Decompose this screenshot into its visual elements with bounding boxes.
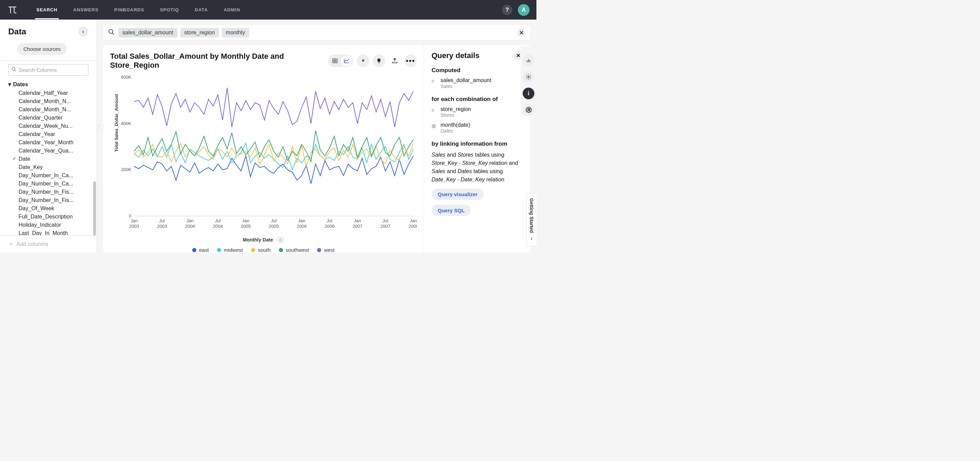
choose-sources-button[interactable]: Choose sources: [17, 43, 67, 55]
more-actions-button[interactable]: •••: [404, 55, 417, 67]
column-item[interactable]: Holiday_Indicator: [8, 221, 93, 229]
plus-icon: ＋: [8, 241, 14, 248]
add-columns-button[interactable]: ＋ Add columns: [0, 235, 97, 252]
line-chart-icon: [344, 58, 350, 64]
svg-text:0: 0: [129, 213, 131, 219]
svg-text:400K: 400K: [121, 121, 132, 126]
help-button[interactable]: ?: [502, 5, 512, 15]
chevron-left-icon: ‹: [531, 236, 533, 241]
user-avatar[interactable]: A: [518, 4, 530, 16]
svg-text:2003: 2003: [129, 223, 139, 229]
nav-tab-pinboards[interactable]: PINBOARDS: [113, 0, 145, 19]
lightbulb-icon: [376, 58, 382, 64]
svg-text:Jan: Jan: [242, 218, 249, 223]
svg-text:Jan: Jan: [354, 218, 361, 223]
top-nav: SEARCHANSWERSPINBOARDSSPOTIQDATAADMIN ? …: [0, 0, 536, 20]
right-rail: i Ⓡ: [520, 46, 536, 116]
legend-dot-icon: [192, 248, 196, 252]
column-item[interactable]: Day_Number_In_Fis...: [8, 188, 93, 196]
computed-label: Computed: [431, 67, 523, 74]
scrollbar-thumb[interactable]: [93, 181, 96, 235]
legend-item[interactable]: east: [192, 247, 209, 252]
legend-dot-icon: [317, 248, 321, 252]
legend-item[interactable]: south: [251, 247, 270, 252]
sort-axis-button[interactable]: ↑: [277, 236, 284, 244]
legend-dot-icon: [279, 248, 283, 252]
table-view-button[interactable]: [329, 55, 341, 66]
legend-item[interactable]: southwest: [279, 247, 309, 252]
chart-title: Total Sales_Dollar_Amount by Monthly Dat…: [110, 52, 328, 70]
share-button[interactable]: [388, 55, 401, 67]
main-area: sales_dollar_amountstore_regionmonthly ✕…: [97, 20, 536, 252]
foreach-name: month(date): [441, 122, 470, 128]
svg-text:Jan: Jan: [298, 218, 305, 223]
nav-tab-spotiq[interactable]: SPOTIQ: [159, 0, 180, 19]
search-columns-input[interactable]: [19, 67, 85, 73]
legend-item[interactable]: midwest: [217, 247, 243, 252]
nav-tab-data[interactable]: DATA: [194, 0, 209, 19]
table-icon: [332, 58, 338, 64]
column-item[interactable]: Date_Key: [8, 163, 93, 171]
column-item[interactable]: Date: [8, 155, 93, 163]
column-item[interactable]: Day_Number_In_Ca...: [8, 180, 93, 188]
data-panel: Data ‹ Choose sources ▾ Dates Calendar_H…: [0, 20, 97, 252]
column-item[interactable]: Day_Number_In_Fis...: [8, 196, 93, 204]
column-item[interactable]: Calendar_Quarter: [8, 114, 93, 122]
search-pill[interactable]: store_region: [180, 28, 219, 38]
search-icon: [108, 29, 115, 37]
svg-text:2006: 2006: [297, 223, 307, 229]
clear-search-button[interactable]: ✕: [517, 29, 525, 37]
column-item[interactable]: Full_Date_Description: [8, 212, 93, 221]
legend-item[interactable]: west: [317, 247, 334, 252]
close-icon: ✕: [516, 52, 520, 59]
search-columns-field[interactable]: [8, 64, 88, 76]
caret-down-icon: ▾: [8, 81, 11, 87]
column-item[interactable]: Calendar_Year_Month: [8, 138, 93, 147]
svg-text:200K: 200K: [121, 167, 132, 172]
chart-plot-area[interactable]: Total Sales_Dollar_Amount 0200K400K600KJ…: [110, 70, 417, 234]
nav-tab-answers[interactable]: ANSWERS: [72, 0, 100, 19]
column-item[interactable]: Last_Day_In_Month: [8, 229, 93, 235]
svg-text:Jul: Jul: [159, 218, 165, 223]
query-visualizer-button[interactable]: Query visualizer: [431, 189, 484, 200]
collapse-panel-button[interactable]: ‹: [78, 27, 88, 37]
number-icon: #: [431, 78, 437, 84]
column-item[interactable]: Calendar_Month_N...: [8, 97, 93, 105]
insights-button[interactable]: [373, 55, 385, 67]
column-item[interactable]: Calendar_Year: [8, 130, 93, 138]
column-item[interactable]: Day_Of_Week: [8, 204, 93, 212]
tree-group-dates[interactable]: ▾ Dates: [8, 80, 93, 89]
svg-text:2004: 2004: [213, 223, 223, 229]
view-toggle: [328, 55, 353, 67]
nav-right: ? A: [502, 4, 530, 16]
column-item[interactable]: Calendar_Month_N...: [8, 105, 93, 114]
search-pill[interactable]: monthly: [222, 28, 249, 38]
r-icon: Ⓡ: [526, 106, 531, 114]
column-item[interactable]: Calendar_Year_Qua...: [8, 147, 93, 155]
svg-line-7: [113, 33, 114, 34]
query-details-panel: Query details ✕ Computed # sales_dollar_…: [424, 45, 530, 252]
upload-icon: [391, 57, 398, 64]
rail-chart-button[interactable]: [523, 55, 535, 66]
column-item[interactable]: Calendar_Half_Year: [8, 89, 93, 97]
column-item[interactable]: Day_Number_In_Ca...: [8, 171, 93, 180]
rail-info-button[interactable]: i: [523, 87, 535, 99]
getting-started-tab[interactable]: Getting Started ‹: [527, 193, 536, 246]
computed-item: # sales_dollar_amount Sales: [431, 77, 523, 89]
rail-r-button[interactable]: Ⓡ: [523, 104, 535, 116]
app-logo[interactable]: [7, 5, 18, 16]
search-icon: [11, 67, 16, 73]
column-item[interactable]: Calendar_Week_Nu...: [8, 122, 93, 130]
pin-button[interactable]: [357, 55, 369, 67]
nav-tab-admin[interactable]: ADMIN: [223, 0, 242, 19]
rail-settings-button[interactable]: [523, 71, 535, 83]
query-sql-button[interactable]: Query SQL: [431, 205, 471, 216]
nav-tab-search[interactable]: SEARCH: [35, 0, 59, 19]
chart-view-button[interactable]: [341, 55, 352, 66]
svg-text:Jan: Jan: [186, 218, 194, 223]
search-pill[interactable]: sales_dollar_amount: [118, 28, 177, 38]
search-bar[interactable]: sales_dollar_amountstore_regionmonthly ✕: [103, 25, 530, 40]
svg-text:2006: 2006: [325, 223, 334, 229]
svg-point-6: [109, 29, 113, 33]
chart-card: Total Sales_Dollar_Amount by Monthly Dat…: [103, 45, 424, 252]
